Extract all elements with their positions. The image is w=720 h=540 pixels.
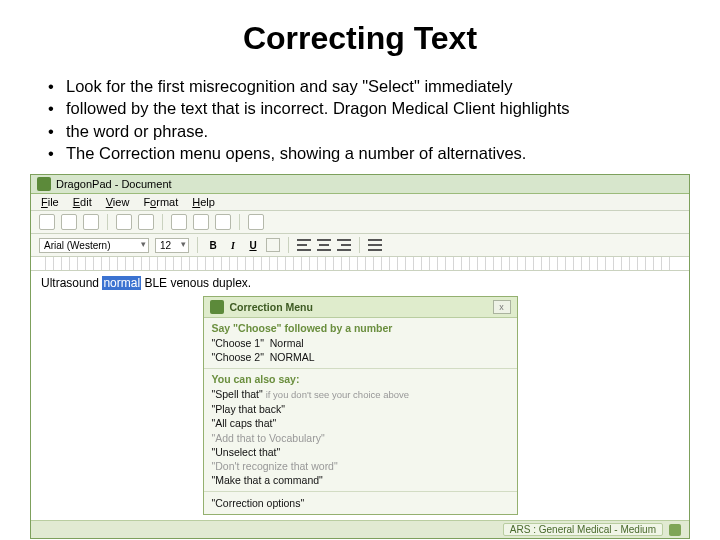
document-area[interactable]: Ultrasound normal BLE venous duplex. Cor… (31, 271, 689, 520)
align-left-icon[interactable] (297, 239, 311, 251)
paste-icon[interactable] (215, 214, 231, 230)
italic-button[interactable]: I (226, 240, 240, 251)
menu-format[interactable]: Format (143, 196, 178, 208)
menu-bar: File Edit View Format Help (31, 194, 689, 211)
menu-edit[interactable]: Edit (73, 196, 92, 208)
find-icon[interactable] (138, 214, 154, 230)
popup-header: Correction Menu x (204, 297, 517, 318)
app-window: DragonPad - Document File Edit View Form… (30, 174, 690, 539)
selected-text: normal (102, 276, 141, 290)
also-item[interactable]: "Don't recognize that word" (212, 459, 509, 473)
also-item[interactable]: "Make that a command" (212, 473, 509, 487)
toolbar-standard (31, 211, 689, 234)
popup-title: Correction Menu (230, 301, 493, 313)
choice-item[interactable]: "Choose 2" NORMAL (212, 350, 509, 364)
also-item[interactable]: "All caps that" (212, 416, 509, 430)
list-item: •Look for the first misrecognition and s… (48, 75, 690, 97)
also-item[interactable]: "Add that to Vocabulary" (212, 431, 509, 445)
status-bar: ARS : General Medical - Medium (31, 520, 689, 538)
size-combo[interactable]: 12 (155, 238, 189, 253)
list-item: •the word or phrase. (48, 120, 690, 142)
slide: Correcting Text •Look for the first misr… (0, 0, 720, 540)
title-bar: DragonPad - Document (31, 175, 689, 194)
font-color-button[interactable] (266, 238, 280, 252)
cut-icon[interactable] (171, 214, 187, 230)
bullets-icon[interactable] (368, 239, 382, 251)
menu-file[interactable]: File (41, 196, 59, 208)
bold-button[interactable]: B (206, 240, 220, 251)
also-section: You can also say: "Spell that"if you don… (204, 369, 517, 491)
ruler (31, 257, 689, 271)
status-icon (669, 524, 681, 536)
choose-section: Say "Choose" followed by a number "Choos… (204, 318, 517, 368)
document-text: Ultrasound normal BLE venous duplex. (41, 276, 251, 290)
dragon-icon (210, 300, 224, 314)
close-button[interactable]: x (493, 300, 511, 314)
list-item: •followed by the text that is incorrect.… (48, 97, 690, 119)
font-combo[interactable]: Arial (Western) (39, 238, 149, 253)
menu-help[interactable]: Help (192, 196, 215, 208)
undo-icon[interactable] (248, 214, 264, 230)
copy-icon[interactable] (193, 214, 209, 230)
print-icon[interactable] (116, 214, 132, 230)
toolbar-format: Arial (Western) 12 B I U (31, 234, 689, 257)
also-item[interactable]: "Play that back" (212, 402, 509, 416)
save-icon[interactable] (83, 214, 99, 230)
menu-view[interactable]: View (106, 196, 130, 208)
correction-menu-popup: Correction Menu x Say "Choose" followed … (203, 296, 518, 515)
align-center-icon[interactable] (317, 239, 331, 251)
window-title: DragonPad - Document (56, 178, 172, 190)
underline-button[interactable]: U (246, 240, 260, 251)
status-text: ARS : General Medical - Medium (503, 523, 663, 536)
options-section: "Correction options" (204, 492, 517, 514)
new-icon[interactable] (39, 214, 55, 230)
also-section-title: You can also say: (212, 373, 509, 385)
choose-section-title: Say "Choose" followed by a number (212, 322, 509, 334)
app-icon (37, 177, 51, 191)
slide-title: Correcting Text (30, 20, 690, 57)
open-icon[interactable] (61, 214, 77, 230)
align-right-icon[interactable] (337, 239, 351, 251)
also-item[interactable]: "Spell that"if you don't see your choice… (212, 387, 509, 402)
list-item: •The Correction menu opens, showing a nu… (48, 142, 690, 164)
bullet-list: •Look for the first misrecognition and s… (48, 75, 690, 164)
correction-options-item[interactable]: "Correction options" (212, 496, 509, 510)
choice-item[interactable]: "Choose 1" Normal (212, 336, 509, 350)
also-item[interactable]: "Unselect that" (212, 445, 509, 459)
